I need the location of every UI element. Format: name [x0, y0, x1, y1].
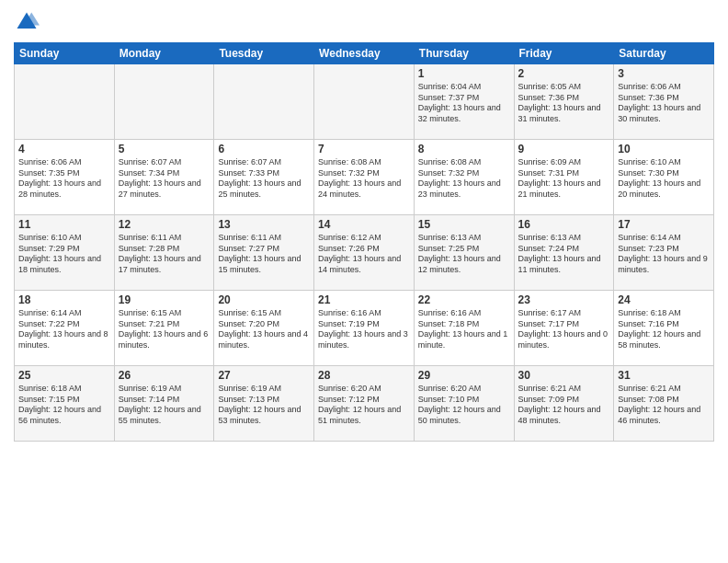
day-info: Sunset: 7:28 PM — [119, 244, 210, 255]
calendar-cell: 8Sunrise: 6:08 AMSunset: 7:32 PMDaylight… — [414, 140, 514, 215]
day-info: Sunset: 7:23 PM — [618, 244, 710, 255]
day-number: 23 — [518, 293, 610, 306]
day-number: 19 — [119, 293, 210, 306]
calendar-cell — [15, 64, 115, 140]
day-info: Sunset: 7:32 PM — [318, 168, 410, 179]
day-info: Sunrise: 6:14 AM — [18, 308, 110, 319]
day-info: Daylight: 13 hours and 0 minutes. — [518, 329, 610, 350]
day-info: Sunset: 7:12 PM — [318, 395, 410, 406]
day-number: 2 — [518, 67, 610, 80]
day-number: 31 — [618, 369, 710, 382]
calendar-cell: 28Sunrise: 6:20 AMSunset: 7:12 PMDayligh… — [314, 366, 415, 442]
day-info: Sunset: 7:13 PM — [218, 395, 310, 406]
day-info: Daylight: 13 hours and 28 minutes. — [18, 178, 110, 200]
day-number: 14 — [318, 218, 410, 231]
calendar-cell: 10Sunrise: 6:10 AMSunset: 7:30 PMDayligh… — [614, 140, 714, 215]
calendar-cell: 15Sunrise: 6:13 AMSunset: 7:25 PMDayligh… — [414, 215, 514, 291]
calendar-week-row: 18Sunrise: 6:14 AMSunset: 7:22 PMDayligh… — [15, 291, 714, 366]
calendar-cell: 13Sunrise: 6:11 AMSunset: 7:27 PMDayligh… — [214, 215, 314, 291]
day-number: 29 — [418, 369, 510, 382]
day-info: Daylight: 13 hours and 21 minutes. — [518, 178, 610, 200]
calendar-cell: 3Sunrise: 6:06 AMSunset: 7:36 PMDaylight… — [614, 64, 714, 140]
day-number: 16 — [518, 218, 610, 231]
weekday-header: Saturday — [614, 43, 714, 64]
day-number: 12 — [119, 218, 210, 231]
day-info: Sunrise: 6:12 AM — [318, 233, 410, 244]
day-info: Daylight: 12 hours and 58 minutes. — [618, 329, 710, 350]
page-header — [14, 9, 714, 35]
calendar-cell: 20Sunrise: 6:15 AMSunset: 7:20 PMDayligh… — [214, 291, 314, 366]
day-number: 8 — [418, 143, 510, 155]
day-number: 25 — [18, 369, 110, 382]
day-info: Daylight: 12 hours and 56 minutes. — [18, 405, 110, 426]
calendar-cell: 29Sunrise: 6:20 AMSunset: 7:10 PMDayligh… — [414, 366, 514, 442]
calendar-cell — [214, 64, 314, 140]
day-number: 7 — [318, 143, 410, 155]
day-info: Sunset: 7:37 PM — [418, 93, 510, 104]
calendar-cell: 9Sunrise: 6:09 AMSunset: 7:31 PMDaylight… — [514, 140, 614, 215]
calendar-cell: 4Sunrise: 6:06 AMSunset: 7:35 PMDaylight… — [15, 140, 115, 215]
day-info: Sunrise: 6:18 AM — [18, 384, 110, 395]
calendar-cell: 17Sunrise: 6:14 AMSunset: 7:23 PMDayligh… — [614, 215, 714, 291]
day-info: Daylight: 12 hours and 51 minutes. — [318, 405, 410, 426]
day-info: Sunset: 7:25 PM — [418, 244, 510, 255]
day-info: Sunset: 7:36 PM — [518, 93, 610, 104]
day-number: 11 — [18, 218, 110, 231]
day-info: Sunrise: 6:05 AM — [518, 82, 610, 93]
logo-icon — [14, 9, 40, 35]
day-info: Daylight: 13 hours and 1 minute. — [418, 329, 510, 350]
calendar-cell: 11Sunrise: 6:10 AMSunset: 7:29 PMDayligh… — [15, 215, 115, 291]
day-info: Sunrise: 6:19 AM — [119, 384, 210, 395]
day-info: Sunrise: 6:06 AM — [18, 157, 110, 168]
day-info: Daylight: 13 hours and 11 minutes. — [518, 254, 610, 275]
day-info: Sunset: 7:17 PM — [518, 319, 610, 330]
calendar-cell: 24Sunrise: 6:18 AMSunset: 7:16 PMDayligh… — [614, 291, 714, 366]
day-info: Daylight: 13 hours and 32 minutes. — [418, 103, 510, 124]
day-info: Daylight: 13 hours and 9 minutes. — [618, 254, 710, 275]
day-number: 3 — [618, 67, 710, 80]
day-info: Sunset: 7:26 PM — [318, 244, 410, 255]
calendar-week-row: 1Sunrise: 6:04 AMSunset: 7:37 PMDaylight… — [15, 64, 714, 140]
calendar-cell: 22Sunrise: 6:16 AMSunset: 7:18 PMDayligh… — [414, 291, 514, 366]
day-info: Daylight: 13 hours and 17 minutes. — [119, 254, 210, 275]
day-info: Sunrise: 6:07 AM — [218, 157, 310, 168]
day-info: Sunrise: 6:16 AM — [418, 308, 510, 319]
day-info: Sunset: 7:08 PM — [618, 395, 710, 406]
day-info: Sunset: 7:24 PM — [518, 244, 610, 255]
day-info: Daylight: 13 hours and 27 minutes. — [119, 178, 210, 200]
calendar-week-row: 11Sunrise: 6:10 AMSunset: 7:29 PMDayligh… — [15, 215, 714, 291]
day-number: 30 — [518, 369, 610, 382]
day-info: Sunrise: 6:08 AM — [318, 157, 410, 168]
day-number: 6 — [218, 143, 310, 155]
calendar-cell — [114, 64, 214, 140]
day-info: Sunset: 7:35 PM — [18, 168, 110, 179]
weekday-header: Monday — [114, 43, 214, 64]
day-info: Sunrise: 6:14 AM — [618, 233, 710, 244]
day-info: Daylight: 12 hours and 55 minutes. — [119, 405, 210, 426]
calendar-cell: 18Sunrise: 6:14 AMSunset: 7:22 PMDayligh… — [15, 291, 115, 366]
day-info: Daylight: 13 hours and 3 minutes. — [318, 329, 410, 350]
day-info: Daylight: 12 hours and 50 minutes. — [418, 405, 510, 426]
calendar-cell: 1Sunrise: 6:04 AMSunset: 7:37 PMDaylight… — [414, 64, 514, 140]
day-info: Sunrise: 6:13 AM — [418, 233, 510, 244]
calendar-cell: 19Sunrise: 6:15 AMSunset: 7:21 PMDayligh… — [114, 291, 214, 366]
day-info: Sunrise: 6:21 AM — [518, 384, 610, 395]
day-info: Sunrise: 6:17 AM — [518, 308, 610, 319]
day-info: Sunrise: 6:20 AM — [318, 384, 410, 395]
day-info: Sunset: 7:18 PM — [418, 319, 510, 330]
day-number: 1 — [418, 67, 510, 80]
day-info: Sunrise: 6:13 AM — [518, 233, 610, 244]
calendar-cell: 12Sunrise: 6:11 AMSunset: 7:28 PMDayligh… — [114, 215, 214, 291]
day-info: Sunset: 7:10 PM — [418, 395, 510, 406]
calendar-cell: 30Sunrise: 6:21 AMSunset: 7:09 PMDayligh… — [514, 366, 614, 442]
day-info: Daylight: 13 hours and 30 minutes. — [618, 103, 710, 124]
weekday-header: Friday — [514, 43, 614, 64]
day-info: Sunset: 7:32 PM — [418, 168, 510, 179]
day-info: Sunset: 7:27 PM — [218, 244, 310, 255]
weekday-header: Sunday — [15, 43, 115, 64]
day-info: Sunset: 7:14 PM — [119, 395, 210, 406]
day-info: Daylight: 13 hours and 8 minutes. — [18, 329, 110, 350]
calendar-cell: 5Sunrise: 6:07 AMSunset: 7:34 PMDaylight… — [114, 140, 214, 215]
calendar-week-row: 25Sunrise: 6:18 AMSunset: 7:15 PMDayligh… — [15, 366, 714, 442]
day-info: Sunset: 7:09 PM — [518, 395, 610, 406]
